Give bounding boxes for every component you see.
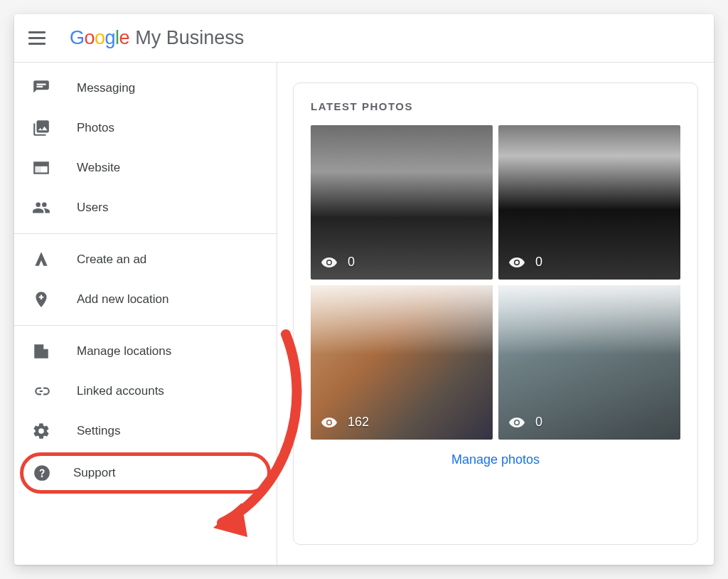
sidebar-item-manage-locations[interactable]: Manage locations <box>14 331 277 371</box>
photo-grid: 0 0 162 <box>311 125 680 440</box>
photo-tile[interactable]: 162 <box>311 285 493 440</box>
sidebar-item-settings[interactable]: Settings <box>14 411 277 451</box>
sidebar-item-label: Settings <box>77 424 120 438</box>
sidebar-item-website[interactable]: Website <box>14 148 277 188</box>
photo-tile[interactable]: 0 <box>311 125 493 280</box>
sidebar-item-photos[interactable]: Photos <box>14 108 277 148</box>
photo-views: 162 <box>321 414 369 431</box>
svg-rect-1 <box>34 166 41 174</box>
chat-icon <box>31 78 51 98</box>
view-count: 0 <box>348 255 355 270</box>
ads-icon <box>31 250 51 270</box>
sidebar-item-support[interactable]: Support <box>20 452 271 494</box>
sidebar-item-label: Manage locations <box>77 344 171 358</box>
photos-icon <box>31 118 51 138</box>
sidebar-item-label: Linked accounts <box>77 384 164 398</box>
manage-photos-link[interactable]: Manage photos <box>311 440 680 470</box>
app-name: My Business <box>135 27 244 49</box>
card-title: LATEST PHOTOS <box>311 100 680 112</box>
eye-icon <box>508 254 525 271</box>
photo-views: 0 <box>321 254 355 271</box>
sidebar-item-create-ad[interactable]: Create an ad <box>14 240 277 280</box>
eye-icon <box>321 414 338 431</box>
latest-photos-card: LATEST PHOTOS 0 0 <box>293 83 698 545</box>
sidebar-item-label: Messaging <box>77 81 135 95</box>
photo-views: 0 <box>508 254 542 271</box>
sidebar-item-linked-accounts[interactable]: Linked accounts <box>14 371 277 411</box>
website-icon <box>31 158 51 178</box>
photo-tile[interactable]: 0 <box>498 285 680 440</box>
svg-rect-0 <box>34 162 48 166</box>
app-header: Google My Business <box>14 14 714 63</box>
google-wordmark: Google <box>70 27 129 49</box>
help-icon <box>32 463 52 483</box>
sidebar-item-label: Add new location <box>77 292 168 307</box>
menu-button[interactable] <box>28 28 50 49</box>
sidebar-item-users[interactable]: Users <box>14 188 277 228</box>
users-icon <box>31 198 51 218</box>
sidebar-item-label: Support <box>73 466 116 480</box>
photo-tile[interactable]: 0 <box>498 125 680 280</box>
sidebar-item-add-location[interactable]: Add new location <box>14 280 277 319</box>
add-location-icon <box>31 290 51 309</box>
view-count: 162 <box>348 415 369 430</box>
sidebar-item-label: Photos <box>77 121 114 135</box>
sidebar-item-label: Create an ad <box>77 253 146 267</box>
app-window: Google My Business Messaging Photos <box>14 14 714 565</box>
sidebar-nav: Messaging Photos Website <box>14 63 277 565</box>
photo-views: 0 <box>508 414 542 431</box>
main-content: LATEST PHOTOS 0 0 <box>277 63 714 565</box>
sidebar-item-label: Users <box>77 201 108 215</box>
sidebar-item-label: Website <box>77 161 120 175</box>
eye-icon <box>508 414 525 431</box>
sidebar-item-messaging[interactable]: Messaging <box>14 68 277 108</box>
view-count: 0 <box>535 255 542 270</box>
gear-icon <box>31 421 51 441</box>
link-icon <box>31 381 51 401</box>
app-logo[interactable]: Google My Business <box>70 27 244 49</box>
eye-icon <box>321 254 338 271</box>
building-icon <box>31 341 51 361</box>
view-count: 0 <box>535 415 542 430</box>
